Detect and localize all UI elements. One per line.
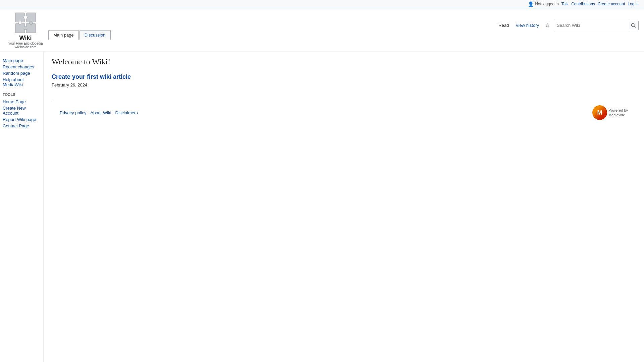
logo-domain: wikiinside.com [15, 45, 36, 49]
mediawiki-logo-text: Powered by MediaWiki [608, 108, 628, 118]
search-button[interactable] [628, 21, 638, 30]
mediawiki-logo-icon: M [592, 105, 607, 120]
article-date: February 26, 2024 [52, 82, 636, 87]
svg-rect-0 [15, 13, 25, 22]
svg-rect-2 [15, 23, 25, 33]
svg-rect-1 [26, 13, 36, 22]
footer: Privacy policy About Wiki Disclaimers M … [52, 101, 636, 124]
search-input[interactable] [554, 21, 628, 29]
mediawiki-logo: M Powered by MediaWiki [592, 105, 628, 120]
search-box [554, 21, 639, 30]
footer-privacy-policy[interactable]: Privacy policy [60, 110, 86, 115]
sidebar-item-report-wiki[interactable]: Report Wiki page [3, 116, 41, 123]
contributions-link[interactable]: Contributions [571, 2, 595, 6]
article-link[interactable]: Create your first wiki article [52, 73, 131, 80]
search-icon [631, 23, 636, 28]
footer-disclaimers[interactable]: Disclaimers [115, 110, 138, 115]
tools-section-title: Tools [3, 93, 41, 97]
sidebar-item-random-page[interactable]: Random page [3, 70, 41, 76]
sidebar-item-main-page[interactable]: Main page [3, 57, 41, 64]
sidebar-item-create-account[interactable]: Create New Account [3, 105, 41, 116]
footer-about-wiki[interactable]: About Wiki [90, 110, 111, 115]
svg-rect-3 [26, 23, 36, 33]
svg-point-5 [18, 21, 22, 24]
logo-title: Wiki [19, 35, 32, 42]
svg-line-9 [634, 26, 635, 27]
powered-by: M Powered by MediaWiki [592, 105, 628, 120]
tab-main-page[interactable]: Main page [48, 30, 79, 40]
sidebar-nav-links: Main page Recent changes Random page Hel… [3, 57, 41, 88]
logo-puzzle-icon [14, 11, 37, 35]
tab-discussion[interactable]: Discussion [79, 30, 111, 40]
logo-subtitle: Your Free Enciclopedia [8, 42, 43, 45]
sidebar-item-recent-changes[interactable]: Recent changes [3, 64, 41, 70]
nav-tabs: Main page Discussion [48, 30, 639, 40]
view-history-link[interactable]: View history [514, 21, 541, 29]
user-icon: 👤 [528, 1, 534, 7]
header-right: Read View history ☆ [496, 21, 639, 30]
logo-area[interactable]: Wiki Your Free Enciclopedia wikiinside.c… [5, 11, 46, 49]
sidebar: Main page Recent changes Random page Hel… [0, 52, 44, 362]
create-account-link[interactable]: Create account [598, 2, 625, 6]
login-link[interactable]: Log in [628, 2, 639, 6]
user-status: 👤 Not logged in [528, 1, 559, 7]
top-bar: 👤 Not logged in Talk Contributions Creat… [0, 0, 644, 8]
svg-point-6 [24, 26, 27, 30]
read-link[interactable]: Read [496, 21, 511, 29]
sidebar-tool-links: Home Page Create New Account Report Wiki… [3, 99, 41, 129]
svg-point-4 [24, 16, 27, 19]
sidebar-item-home-page[interactable]: Home Page [3, 99, 41, 105]
svg-point-7 [29, 21, 33, 24]
main-content: Welcome to Wiki! Create your first wiki … [44, 52, 644, 362]
sidebar-item-contact[interactable]: Contact Page [3, 123, 41, 129]
not-logged-in-text: Not logged in [535, 2, 559, 6]
footer-links: Privacy policy About Wiki Disclaimers [60, 110, 138, 115]
watch-button[interactable]: ☆ [544, 21, 551, 29]
layout: Main page Recent changes Random page Hel… [0, 52, 644, 362]
header: Wiki Your Free Enciclopedia wikiinside.c… [0, 8, 644, 52]
page-title: Welcome to Wiki! [52, 57, 636, 68]
sidebar-item-help[interactable]: Help about MediaWiki [3, 76, 41, 88]
talk-link[interactable]: Talk [561, 2, 569, 6]
